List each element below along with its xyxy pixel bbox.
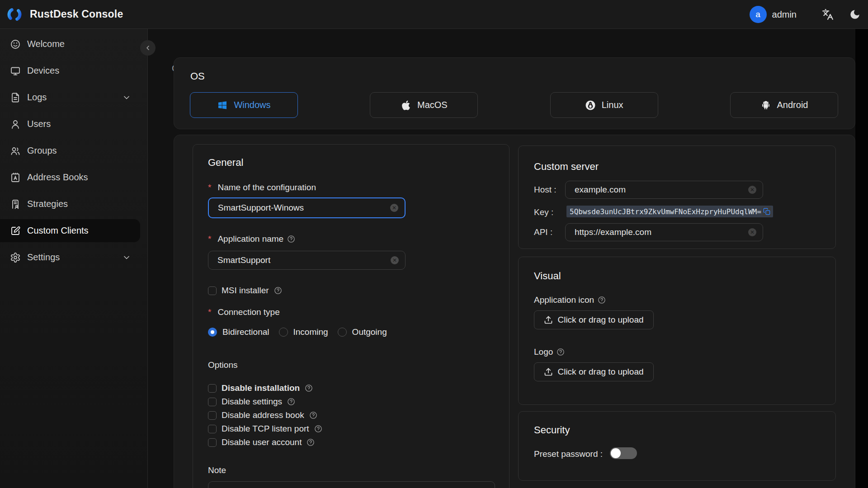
sidebar-item-groups[interactable]: Groups — [0, 139, 147, 162]
clear-icon[interactable]: ✕ — [748, 186, 756, 194]
chevron-left-icon — [144, 44, 151, 52]
preset-password-toggle[interactable] — [610, 447, 637, 459]
sidebar-item-custom-clients[interactable]: Custom Clients — [0, 219, 140, 242]
app-title: RustDesk Console — [30, 8, 123, 20]
app-name-input[interactable]: SmartSupport ✕ — [208, 251, 406, 270]
option-label: Disable user account — [222, 437, 302, 447]
question-icon[interactable] — [598, 296, 606, 304]
chevron-down-icon — [122, 93, 131, 102]
note-textarea[interactable] — [208, 481, 495, 488]
upload-button-label: Click or drag to upload — [557, 315, 643, 325]
logo-label: Logo — [534, 347, 565, 357]
general-title: General — [208, 157, 243, 169]
os-card: OS Windows MacOS — [174, 57, 855, 129]
options-title: Options — [208, 360, 237, 370]
logo-upload-button[interactable]: Click or drag to upload — [534, 362, 654, 381]
android-icon — [760, 100, 771, 111]
connection-type-label: Connection type — [208, 307, 280, 317]
disable-tcp-listen-port-checkbox[interactable] — [208, 425, 217, 433]
users-icon — [10, 145, 21, 156]
config-name-value: SmartSupport-Winows — [218, 203, 390, 213]
application-icon-label: Application icon — [534, 295, 606, 305]
general-card: General Name of the configuration SmartS… — [193, 144, 509, 488]
custom-server-card: Custom server Host : example.com ✕ Key :… — [518, 145, 836, 249]
right-margin — [855, 29, 868, 488]
option-label: Disable installation — [222, 383, 300, 393]
translate-icon[interactable] — [822, 9, 834, 20]
msi-installer-label: MSI installer — [222, 286, 269, 296]
sidebar-item-users[interactable]: Users — [0, 113, 147, 136]
visual-title: Visual — [534, 270, 561, 282]
configuration-card: General Name of the configuration SmartS… — [174, 135, 855, 488]
clear-icon[interactable]: ✕ — [748, 228, 756, 236]
linux-icon — [585, 100, 596, 111]
avatar[interactable]: a — [750, 6, 767, 23]
sidebar: Welcome Devices Logs Users — [0, 29, 148, 488]
os-button-windows[interactable]: Windows — [190, 92, 298, 118]
sidebar-item-strategies[interactable]: Strategies — [0, 192, 147, 216]
question-icon[interactable] — [307, 438, 315, 446]
key-field[interactable]: 5Qbwsde3unUcJBtrx9ZkvUmwFNoExHzpryHuPUdq… — [566, 206, 773, 217]
visual-card: Visual Application icon Click or drag to… — [518, 257, 836, 405]
msi-installer-row: MSI installer — [208, 286, 282, 296]
host-label: Host : — [534, 185, 557, 195]
os-options-row: Windows MacOS Linux — [190, 92, 838, 118]
monitor-icon — [10, 66, 21, 76]
clear-icon[interactable]: ✕ — [391, 256, 399, 264]
api-value: https://example.com — [575, 227, 748, 237]
radio-bidirectional[interactable] — [208, 328, 217, 337]
question-icon[interactable] — [305, 384, 313, 392]
question-icon[interactable] — [557, 348, 565, 356]
os-section-title: OS — [190, 70, 205, 82]
disable-address-book-checkbox[interactable] — [208, 411, 217, 420]
windows-icon — [217, 100, 228, 111]
option-label: Disable address book — [222, 410, 304, 420]
sidebar-item-label: Settings — [27, 252, 60, 263]
sidebar-item-devices[interactable]: Devices — [0, 59, 147, 82]
os-button-android[interactable]: Android — [730, 92, 838, 118]
sidebar-item-address-books[interactable]: Address Books — [0, 166, 147, 189]
radio-incoming[interactable] — [279, 328, 288, 337]
disable-user-account-checkbox[interactable] — [208, 438, 217, 447]
os-button-label: Windows — [234, 100, 270, 110]
sidebar-collapse-button[interactable] — [140, 40, 156, 56]
header-right: a admin — [750, 0, 861, 29]
disable-installation-checkbox[interactable] — [208, 384, 217, 393]
key-label: Key : — [534, 207, 553, 217]
api-input[interactable]: https://example.com ✕ — [565, 223, 763, 241]
username[interactable]: admin — [772, 9, 797, 20]
host-input[interactable]: example.com ✕ — [565, 181, 763, 199]
sidebar-item-settings[interactable]: Settings — [0, 246, 147, 269]
os-button-linux[interactable]: Linux — [550, 92, 658, 118]
question-icon[interactable] — [314, 425, 322, 433]
option-row-disable-user-account: Disable user account — [208, 437, 315, 447]
question-icon[interactable] — [287, 398, 295, 406]
question-icon[interactable] — [274, 286, 282, 295]
os-button-macos[interactable]: MacOS — [370, 92, 478, 118]
moon-icon[interactable] — [849, 9, 861, 20]
main-content: Custom Clients / Create OS Windows — [148, 29, 868, 488]
disable-settings-checkbox[interactable] — [208, 398, 217, 406]
gear-icon — [10, 252, 21, 263]
clear-icon[interactable]: ✕ — [390, 204, 398, 212]
sidebar-item-logs[interactable]: Logs — [0, 86, 147, 109]
sidebar-item-label: Devices — [27, 66, 59, 76]
os-button-label: Linux — [602, 100, 623, 110]
question-icon[interactable] — [287, 235, 295, 243]
os-button-label: Android — [777, 100, 808, 110]
config-name-label: Name of the configuration — [208, 183, 316, 192]
config-name-input[interactable]: SmartSupport-Winows ✕ — [208, 197, 406, 218]
msi-installer-checkbox[interactable] — [208, 286, 217, 295]
question-icon[interactable] — [309, 411, 317, 419]
app-icon-upload-button[interactable]: Click or drag to upload — [534, 310, 654, 329]
sidebar-item-label: Strategies — [27, 199, 68, 209]
square-pen-icon — [10, 225, 21, 236]
sidebar-item-label: Users — [27, 119, 51, 129]
sidebar-item-welcome[interactable]: Welcome — [0, 33, 147, 56]
rustdesk-logo-icon — [6, 6, 23, 23]
os-button-label: MacOS — [417, 100, 448, 110]
radio-outgoing[interactable] — [338, 328, 347, 337]
upload-icon — [544, 315, 553, 324]
copy-icon[interactable] — [762, 207, 771, 216]
sidebar-item-label: Address Books — [27, 172, 88, 183]
